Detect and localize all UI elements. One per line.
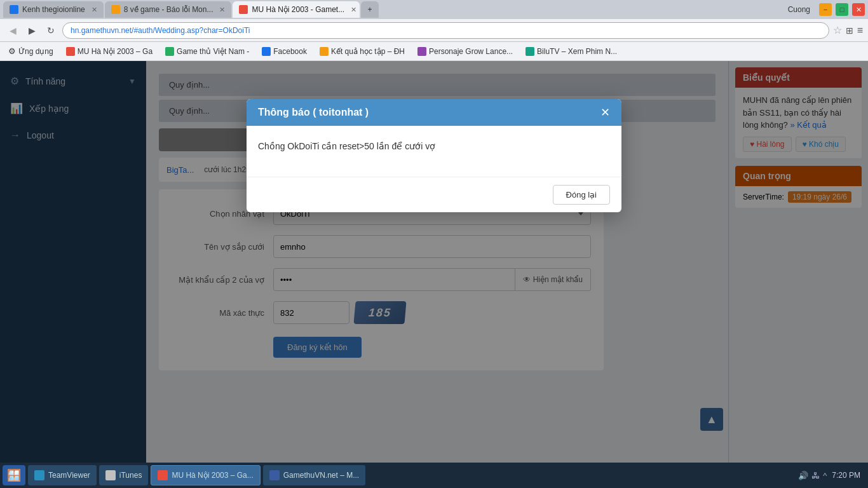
modal-ok-button[interactable]: Đóng lại	[553, 185, 610, 205]
modal-body: Chồng OkDoiTi cần reset>50 lần để cưới v…	[247, 126, 621, 177]
tab-favicon-2	[239, 5, 248, 14]
bookmark-2[interactable]: Game thủ Việt Nam -	[162, 46, 252, 57]
taskbar-label-1: iTunes	[119, 471, 142, 480]
bookmark-2-label: Game thủ Việt Nam -	[177, 47, 249, 56]
modal-title: Thông báo ( toitonhat )	[258, 107, 369, 118]
bookmark-4[interactable]: Kết quả học tập – ĐH	[316, 46, 408, 57]
reload-button[interactable]: ↻	[43, 23, 58, 38]
modal-close-button[interactable]: ✕	[600, 107, 610, 118]
taskbar-icon-2	[158, 470, 168, 480]
forward-button[interactable]: ▶	[24, 23, 39, 38]
bookmark-facebook-label: Facebook	[273, 47, 307, 56]
tab-close-2[interactable]: ✕	[351, 6, 356, 14]
taskbar-item-1[interactable]: iTunes	[99, 465, 149, 485]
tab-close-1[interactable]: ✕	[219, 6, 225, 14]
tab-2[interactable]: MU Hà Nội 2003 - Gamet... ✕	[233, 1, 360, 18]
bookmark-favicon-fb	[262, 47, 271, 56]
sys-icons: 🔊 🖧 ^	[798, 471, 827, 480]
taskbar-right: 🔊 🖧 ^ 7:20 PM	[798, 471, 865, 480]
tab-label-1: 8 về game - Báo lỗi Mon...	[124, 5, 214, 14]
bookmark-4-label: Kết quả học tập – ĐH	[331, 47, 405, 56]
modal-overlay: Thông báo ( toitonhat ) ✕ Chồng OkDoiTi …	[0, 61, 868, 463]
title-bar: Kenh thegioionline ✕ 8 về game - Báo lỗi…	[0, 0, 868, 19]
modal-footer: Đóng lại	[247, 177, 621, 212]
address-input[interactable]	[62, 22, 829, 39]
taskbar-label-3: GamethuVN.net – M...	[283, 471, 359, 480]
taskbar-icon-3	[269, 470, 280, 480]
address-bar: ◀ ▶ ↻ ☆ ⊞ ≡	[0, 19, 868, 42]
modal-dialog: Thông báo ( toitonhat ) ✕ Chồng OkDoiTi …	[247, 99, 621, 212]
bookmark-6[interactable]: BiluTV – Xem Phim N...	[522, 46, 620, 57]
tab-favicon-0	[10, 5, 18, 14]
arrow-up-icon[interactable]: ^	[823, 471, 827, 480]
bookmark-5-label: Personaje Grow Lance...	[429, 47, 513, 56]
bookmark-6-label: BiluTV – Xem Phim N...	[537, 47, 617, 56]
taskbar-item-0[interactable]: TeamViewer	[28, 465, 97, 485]
bookmark-1-label: MU Hà Nội 2003 – Ga	[78, 47, 153, 56]
taskbar-label-0: TeamViewer	[48, 471, 90, 480]
taskbar: 🪟 TeamViewer iTunes MU Hà Nội 2003 – Ga.…	[0, 463, 868, 488]
maximize-button[interactable]: □	[836, 3, 848, 16]
tab-label-2: MU Hà Nội 2003 - Gamet...	[252, 5, 344, 14]
bookmark-facebook[interactable]: Facebook	[259, 46, 310, 57]
modal-message: Chồng OkDoiTi cần reset>50 lần để cưới v…	[258, 141, 435, 151]
bookmark-apps[interactable]: ⚙ Ứng dụng	[5, 45, 57, 57]
user-label: Cuong	[788, 5, 815, 14]
page-content: ⚙ Tính năng ▼ 📊 Xếp hạng → Logout Quy đị…	[0, 61, 868, 463]
network-icon[interactable]: 🖧	[811, 471, 820, 480]
bookmark-favicon-6	[526, 47, 534, 56]
browser-menu-icon[interactable]: ≡	[857, 25, 863, 36]
tab-favicon-1	[111, 5, 120, 14]
tab-1[interactable]: 8 về game - Báo lỗi Mon... ✕	[105, 1, 232, 18]
bookmark-1[interactable]: MU Hà Nội 2003 – Ga	[63, 46, 156, 57]
modal-header: Thông báo ( toitonhat ) ✕	[247, 99, 621, 126]
bookmark-apps-label: Ứng dụng	[18, 47, 53, 56]
back-button[interactable]: ◀	[5, 23, 20, 38]
taskbar-time-value: 7:20 PM	[832, 471, 860, 480]
bookmark-favicon-2	[165, 47, 174, 56]
bookmark-favicon-5	[417, 47, 426, 56]
bookmarks-bar: ⚙ Ứng dụng MU Hà Nội 2003 – Ga Game thủ …	[0, 42, 868, 61]
volume-icon[interactable]: 🔊	[798, 471, 808, 480]
close-button[interactable]: ✕	[852, 3, 865, 16]
taskbar-item-3[interactable]: GamethuVN.net – M...	[263, 465, 365, 485]
taskbar-icon-0	[34, 470, 44, 480]
taskbar-item-2[interactable]: MU Hà Nội 2003 – Ga...	[151, 465, 260, 485]
bookmark-5[interactable]: Personaje Grow Lance...	[414, 46, 516, 57]
taskbar-icon-1	[105, 470, 116, 480]
bookmark-star-icon[interactable]: ☆	[833, 24, 842, 36]
bookmark-favicon-4	[320, 47, 329, 56]
tab-bar: Kenh thegioionline ✕ 8 về game - Báo lỗi…	[3, 1, 788, 18]
bookmark-favicon-1	[66, 47, 75, 56]
taskbar-label-2: MU Hà Nội 2003 – Ga...	[172, 471, 253, 480]
extensions-icon[interactable]: ⊞	[846, 25, 853, 36]
taskbar-time: 7:20 PM	[832, 471, 860, 480]
tab-label-0: Kenh thegioionline	[22, 5, 85, 14]
start-button[interactable]: 🪟	[3, 465, 25, 485]
apps-icon: ⚙	[8, 46, 16, 56]
minimize-button[interactable]: −	[819, 3, 832, 16]
window-controls: Cuong − □ ✕	[788, 3, 865, 16]
tab-0[interactable]: Kenh thegioionline ✕	[3, 1, 104, 18]
tab-new[interactable]: +	[361, 1, 378, 18]
tab-close-0[interactable]: ✕	[92, 6, 97, 14]
new-tab-icon: +	[367, 5, 372, 14]
